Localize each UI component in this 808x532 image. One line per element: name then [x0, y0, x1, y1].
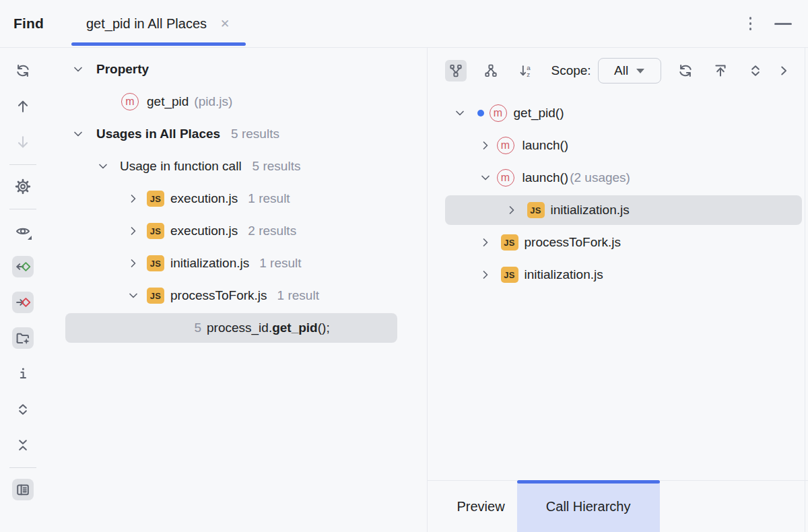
js-file-icon: JS: [501, 234, 518, 251]
tree-row-file-selected[interactable]: JS initialization.js: [428, 194, 808, 226]
tree-row-file[interactable]: JS execution.js 2 results: [46, 215, 427, 247]
next-occurrence-icon[interactable]: [12, 131, 34, 153]
chevron-right-icon[interactable]: [504, 202, 520, 218]
scope-dropdown[interactable]: All: [598, 58, 661, 84]
search-result-tab[interactable]: get_pid in All Places ✕: [71, 0, 246, 47]
caller-hierarchy-icon[interactable]: [445, 60, 467, 81]
active-tab-underline: [71, 42, 246, 46]
element-label: get_pid: [147, 94, 189, 109]
chevron-right-icon[interactable]: [477, 137, 494, 154]
tree-row-code-match[interactable]: 5 process_id.get_pid();: [46, 312, 427, 344]
tab-label: Preview: [457, 499, 505, 514]
tree-row-root-method[interactable]: m get_pid(): [428, 97, 808, 129]
chevron-down-icon[interactable]: [125, 288, 141, 304]
hierarchy-toolbar: a z Scope: All: [445, 58, 808, 84]
group-label: Usage in function call: [120, 159, 242, 174]
jump-to-source-icon[interactable]: [12, 256, 34, 277]
result-count: 5 results: [231, 127, 279, 141]
chevron-down-icon[interactable]: [477, 170, 494, 186]
chevron-down-icon[interactable]: [70, 126, 86, 142]
toolbar-divider: [9, 209, 36, 209]
group-label: Usages in All Places: [96, 127, 220, 141]
method-icon: m: [121, 93, 139, 110]
chevron-right-icon[interactable]: [773, 60, 795, 81]
collapse-all-icon[interactable]: [12, 434, 34, 456]
tree-row-usage-type[interactable]: Usage in function call 5 results: [46, 150, 427, 182]
callee-hierarchy-icon[interactable]: [480, 60, 502, 81]
usages-tree: Property m get_pid (pid.js) Usages in Al…: [46, 48, 427, 532]
more-options-icon[interactable]: [747, 14, 755, 33]
js-file-icon: JS: [147, 288, 164, 304]
settings-gear-icon[interactable]: [12, 176, 34, 197]
tab-call-hierarchy[interactable]: Call Hierarchy: [517, 481, 660, 532]
tab-preview[interactable]: Preview: [445, 481, 517, 532]
tree-row-file[interactable]: JS processToFork.js: [428, 226, 808, 259]
sort-alphabetically-icon[interactable]: a z: [515, 60, 537, 81]
chevron-right-icon[interactable]: [477, 234, 494, 251]
header: Find get_pid in All Places ✕: [0, 0, 808, 48]
select-in-source-icon[interactable]: [12, 292, 34, 313]
js-file-icon: JS: [501, 267, 518, 283]
usage-count: (2 usages): [570, 170, 630, 185]
scope-label: Scope:: [551, 63, 591, 78]
header-actions: [747, 0, 793, 47]
expand-all-icon[interactable]: [12, 399, 34, 420]
preview-layout-icon[interactable]: [12, 479, 34, 500]
selected-node[interactable]: JS initialization.js: [445, 195, 802, 225]
tree-row-method[interactable]: m launch(): [428, 129, 808, 162]
tree-row-target[interactable]: m get_pid (pid.js): [46, 86, 427, 118]
node-label: initialization.js: [525, 267, 603, 282]
chevron-right-icon[interactable]: [125, 223, 141, 239]
toolbar-divider: [9, 164, 36, 165]
method-icon: m: [497, 169, 514, 187]
tree-row-file[interactable]: JS initialization.js: [428, 259, 808, 289]
file-label: execution.js: [170, 224, 238, 238]
chevron-right-icon[interactable]: [125, 255, 141, 271]
preview-eye-icon[interactable]: [12, 220, 34, 242]
call-hierarchy-panel: a z Scope: All: [428, 48, 808, 532]
node-label: processToFork.js: [525, 235, 621, 250]
chevron-right-icon[interactable]: [125, 191, 141, 207]
window-title: Find: [13, 15, 44, 32]
find-tool-window: Find get_pid in All Places ✕: [0, 0, 808, 532]
js-file-icon: JS: [527, 202, 545, 218]
file-label: processToFork.js: [170, 288, 267, 303]
chevron-down-icon[interactable]: [95, 158, 111, 174]
chevron-down-icon[interactable]: [70, 61, 86, 77]
open-in-new-tab-icon[interactable]: [12, 327, 34, 349]
tree-row-usages-group[interactable]: Usages in All Places 5 results: [46, 118, 427, 150]
group-label: Property: [96, 62, 149, 77]
tree-row-file[interactable]: JS processToFork.js 1 result: [46, 279, 427, 312]
dropdown-arrow-icon: [636, 69, 644, 73]
info-icon[interactable]: [12, 363, 34, 385]
left-toolbar: [0, 48, 46, 532]
tree-row-file[interactable]: JS initialization.js 1 result: [46, 247, 427, 279]
close-icon[interactable]: ✕: [220, 18, 230, 30]
selected-code-line[interactable]: 5 process_id.get_pid();: [65, 313, 397, 343]
node-label: initialization.js: [551, 203, 630, 218]
js-file-icon: JS: [147, 223, 164, 239]
svg-text:z: z: [527, 71, 530, 78]
node-label: get_pid(): [514, 106, 564, 121]
refresh-icon[interactable]: [675, 60, 696, 81]
result-count: 2 results: [248, 224, 296, 238]
expand-chevrons-icon[interactable]: [745, 60, 766, 81]
previous-occurrence-icon[interactable]: [12, 96, 34, 117]
chevron-down-icon[interactable]: [452, 105, 468, 121]
tree-row-method[interactable]: m launch() (2 usages): [428, 162, 808, 194]
chevron-right-icon[interactable]: [477, 267, 494, 283]
result-count: 1 result: [259, 256, 301, 271]
toolbar-divider: [9, 467, 36, 468]
minimize-icon[interactable]: [774, 23, 792, 25]
file-label: initialization.js: [170, 256, 249, 271]
result-count: 1 result: [248, 191, 290, 206]
tree-row-property[interactable]: Property: [46, 53, 427, 86]
result-count: 5 results: [252, 159, 301, 174]
file-suffix: (pid.js): [194, 94, 232, 109]
tab-label: get_pid in All Places: [86, 16, 207, 32]
export-icon[interactable]: [710, 60, 731, 81]
rerun-icon[interactable]: [12, 60, 34, 81]
hierarchy-tree: m get_pid() m launch() m launch() (2 usa…: [428, 97, 808, 289]
method-icon: m: [490, 104, 507, 122]
tree-row-file[interactable]: JS execution.js 1 result: [46, 182, 427, 215]
